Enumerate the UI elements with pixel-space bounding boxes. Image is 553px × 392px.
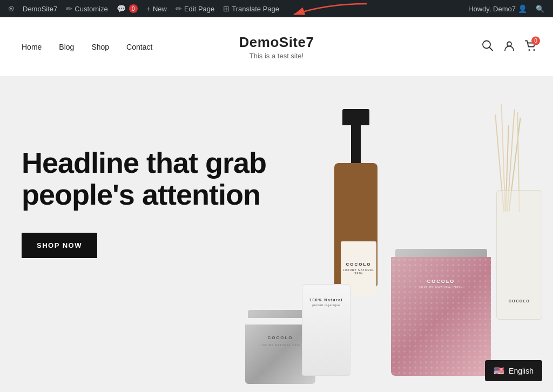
cart-count: 0: [531, 36, 540, 45]
search-admin-button[interactable]: 🔍: [531, 5, 549, 13]
edit-icon: ✏: [176, 4, 182, 13]
nav-blog[interactable]: Blog: [59, 43, 74, 51]
user-avatar-icon: 👤: [518, 4, 527, 13]
account-button[interactable]: [503, 39, 515, 54]
language-label: English: [509, 367, 534, 375]
flag-icon: 🇺🇸: [494, 366, 504, 376]
site-nav: Home Blog Shop Contact: [22, 43, 152, 51]
svg-text:W: W: [10, 7, 13, 10]
admin-bar: W DemoSite7 ✏ Customize 💬 0 + New ✏ Edit…: [0, 0, 553, 17]
site-logo: DemoSite7: [239, 34, 314, 51]
hero-section: COCOLO LUXURY NATURAL SKIN COCOLO LUXURY…: [0, 77, 553, 392]
white-bottle-label: 100% Natural produit organique: [306, 298, 347, 307]
svg-line-4: [490, 48, 493, 51]
pump-neck: [351, 124, 361, 167]
hero-text-area: Headline that grab people's attention SH…: [22, 147, 302, 258]
nav-shop[interactable]: Shop: [91, 43, 109, 51]
pink-tin-product: COCOLO LUXURY NATURAL SKIN: [391, 249, 491, 376]
translate-page-button[interactable]: ⊞ Translate Page: [219, 0, 284, 17]
diffuser-bottle: COCOLO: [496, 190, 542, 320]
comment-icon: 💬: [117, 4, 126, 13]
diffuser-product: COCOLO: [494, 104, 548, 320]
site-header: Home Blog Shop Contact DemoSite7 This is…: [0, 17, 553, 77]
brand-sub-pump: LUXURY NATURAL SKIN: [341, 268, 376, 275]
howdy-link[interactable]: Howdy, Demo7 👤: [464, 4, 531, 13]
nav-home[interactable]: Home: [22, 43, 42, 51]
site-name-admin[interactable]: DemoSite7: [18, 0, 62, 17]
svg-point-7: [534, 49, 535, 51]
pump-head: [342, 109, 369, 125]
language-switcher[interactable]: 🇺🇸 English: [485, 360, 542, 381]
svg-point-6: [529, 49, 530, 51]
brand-name-pump: COCOLO: [346, 262, 371, 267]
comments-link[interactable]: 💬 0: [112, 0, 142, 17]
plus-icon: +: [146, 4, 151, 13]
white-bottle-product: 100% Natural produit organique: [302, 284, 356, 376]
site-tagline: This is a test site!: [249, 52, 304, 60]
header-icons: 0: [482, 39, 537, 54]
svg-point-5: [507, 42, 511, 46]
edit-page-button[interactable]: ✏ Edit Page: [171, 0, 219, 17]
hero-headline: Headline that grab people's attention: [22, 147, 302, 211]
wordpress-logo[interactable]: W: [4, 2, 18, 16]
customize-link[interactable]: ✏ Customize: [62, 0, 112, 17]
pump-bottle-body: COCOLO LUXURY NATURAL SKIN: [334, 163, 377, 287]
translate-icon: ⊞: [223, 4, 230, 13]
new-button[interactable]: + New: [142, 0, 171, 17]
pink-tin-label: COCOLO LUXURY NATURAL SKIN: [391, 279, 491, 289]
customize-icon: ✏: [66, 4, 72, 13]
search-admin-icon: 🔍: [536, 5, 544, 13]
diffuser-brand: COCOLO: [500, 299, 539, 303]
shop-now-button[interactable]: SHOP NOW: [22, 233, 97, 258]
nav-contact[interactable]: Contact: [126, 43, 152, 51]
comment-count: 0: [129, 4, 138, 13]
cart-button[interactable]: 0: [525, 39, 537, 54]
pump-bottle-product: COCOLO LUXURY NATURAL SKIN: [332, 109, 380, 293]
admin-bar-right: Howdy, Demo7 👤 🔍: [464, 4, 549, 13]
search-button[interactable]: [482, 39, 494, 54]
